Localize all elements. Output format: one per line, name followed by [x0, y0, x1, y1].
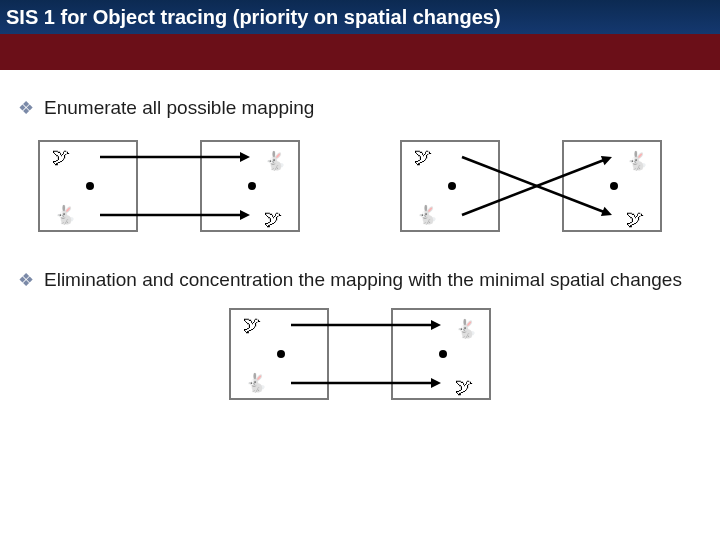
mapping-arrows [229, 306, 491, 402]
figure-minimal-mapping: 🕊 🐇 🐇 🕊 [229, 306, 491, 402]
mapping-arrows [38, 138, 300, 234]
svg-line-3 [462, 160, 604, 215]
bullet-text: Elimination and concentration the mappin… [44, 268, 702, 292]
mapping-arrows [400, 138, 662, 234]
figure-row-2: 🕊 🐇 🐇 🕊 [18, 306, 702, 402]
bullet-row: ❖ Enumerate all possible mapping [18, 96, 702, 120]
slide-body: ❖ Enumerate all possible mapping 🕊 🐇 🐇 🕊… [18, 96, 702, 402]
slide-title: SIS 1 for Object tracing (priority on sp… [0, 0, 720, 34]
bullet-text: Enumerate all possible mapping [44, 96, 702, 120]
svg-line-2 [462, 157, 604, 212]
bullet-row: ❖ Elimination and concentration the mapp… [18, 268, 702, 292]
figure-row-1: 🕊 🐇 🐇 🕊 🕊 🐇 🐇 🕊 [38, 138, 702, 234]
title-band: SIS 1 for Object tracing (priority on sp… [0, 0, 720, 70]
figure-crossed-mapping: 🕊 🐇 🐇 🕊 [400, 138, 662, 234]
diamond-bullet-icon: ❖ [18, 269, 34, 292]
figure-parallel-mapping: 🕊 🐇 🐇 🕊 [38, 138, 300, 234]
title-band-maroon [0, 34, 720, 70]
diamond-bullet-icon: ❖ [18, 97, 34, 120]
